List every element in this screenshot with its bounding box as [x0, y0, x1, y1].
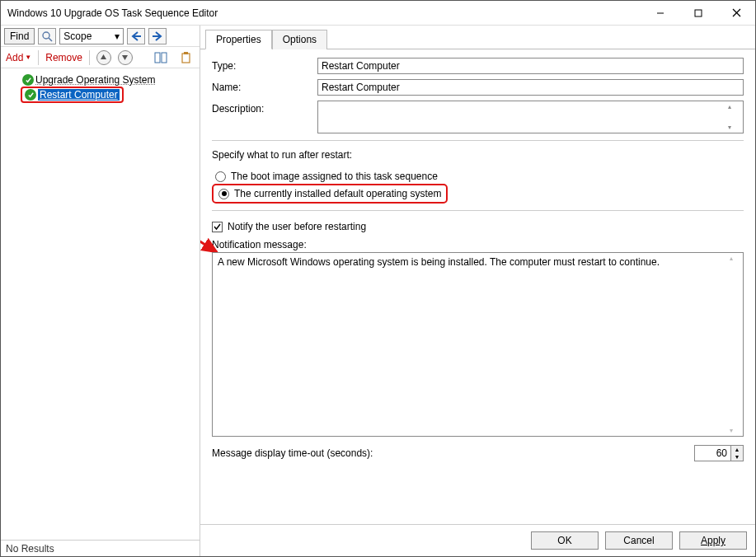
radio-current-os[interactable]: The currently installed default operatin… — [215, 186, 441, 201]
type-label: Type: — [212, 58, 317, 72]
description-input[interactable]: ▴▾ — [317, 101, 744, 133]
window-title: Windows 10 Upgrade OS Task Sequence Edit… — [7, 7, 641, 19]
radio-boot-image[interactable]: The boot image assigned to this task seq… — [212, 169, 744, 184]
maximize-button[interactable] — [679, 1, 717, 26]
divider — [212, 140, 744, 141]
remove-button[interactable]: Remove — [45, 52, 82, 63]
spinner-down-icon[interactable]: ▼ — [731, 453, 743, 461]
spinner-up-icon[interactable]: ▲ — [731, 446, 743, 453]
titlebar: Windows 10 Upgrade OS Task Sequence Edit… — [1, 1, 755, 26]
check-icon — [25, 89, 36, 101]
separator — [38, 50, 39, 65]
svg-rect-8 — [155, 53, 160, 63]
name-label: Name: — [212, 79, 317, 93]
search-icon[interactable] — [38, 28, 56, 44]
find-toolbar: Find Scope ▾ — [1, 26, 200, 47]
specify-label: Specify what to run after restart: — [212, 149, 744, 161]
svg-rect-11 — [184, 52, 188, 54]
svg-point-4 — [43, 32, 49, 39]
scope-dropdown[interactable]: Scope ▾ — [59, 28, 124, 44]
scroll-up-icon[interactable]: ▴ — [730, 255, 741, 262]
minimize-button[interactable] — [641, 1, 679, 26]
radio-icon — [215, 171, 226, 182]
scroll-down-icon[interactable]: ▾ — [728, 124, 740, 131]
properties-panel: Type: Restart Computer Name: Description… — [200, 49, 755, 524]
move-down-button[interactable] — [118, 50, 133, 65]
timeout-value[interactable]: 60 — [694, 445, 730, 461]
name-input[interactable] — [317, 79, 744, 96]
dialog-footer: OK Cancel Apply — [200, 524, 755, 556]
checkbox-icon — [212, 222, 223, 232]
clipboard-icon[interactable] — [176, 49, 195, 66]
separator — [89, 50, 90, 65]
svg-rect-1 — [695, 10, 702, 16]
type-field: Restart Computer — [317, 58, 744, 74]
timeout-label: Message display time-out (seconds): — [212, 447, 694, 459]
notification-message-text: A new Microsoft Windows operating system… — [218, 256, 660, 268]
move-up-button[interactable] — [96, 50, 111, 65]
timeout-spinner[interactable]: 60 ▲ ▼ — [694, 445, 744, 461]
tab-strip: Properties Options — [200, 26, 755, 49]
chevron-down-icon: ▾ — [115, 30, 120, 42]
tab-properties[interactable]: Properties — [205, 30, 272, 49]
ok-button[interactable]: OK — [531, 531, 599, 550]
add-menu[interactable]: Add ▼ — [6, 52, 31, 63]
notify-checkbox[interactable]: Notify the user before restarting — [212, 219, 744, 234]
close-button[interactable] — [717, 1, 755, 26]
notification-message-input[interactable]: A new Microsoft Windows operating system… — [212, 252, 744, 437]
notification-label: Notification message: — [212, 239, 744, 250]
divider — [212, 210, 744, 211]
tree-node-restart-computer[interactable]: Restart Computer — [23, 88, 121, 101]
svg-rect-10 — [182, 54, 190, 63]
edit-toolbar: Add ▼ Remove — [1, 47, 200, 68]
scope-label: Scope — [63, 30, 92, 42]
find-button[interactable]: Find — [4, 28, 35, 44]
apply-button[interactable]: Apply — [679, 531, 747, 550]
status-bar: No Results — [1, 540, 200, 556]
tree-node-upgrade-os[interactable]: Upgrade Operating System — [21, 73, 196, 87]
svg-rect-9 — [162, 53, 167, 63]
check-icon — [22, 74, 34, 86]
radio-label: The currently installed default operatin… — [234, 188, 441, 199]
radio-icon — [218, 189, 229, 199]
notify-label: Notify the user before restarting — [228, 221, 366, 232]
description-label: Description: — [212, 101, 317, 115]
tab-options[interactable]: Options — [272, 30, 327, 49]
left-pane: Find Scope ▾ Add ▼ — [1, 26, 200, 556]
dialog-window: Windows 10 Upgrade OS Task Sequence Edit… — [0, 0, 756, 557]
scroll-down-icon[interactable]: ▾ — [730, 427, 741, 434]
status-text: No Results — [6, 543, 54, 555]
right-pane: Properties Options Type: Restart Compute… — [200, 26, 755, 556]
tree-node-label: Restart Computer — [38, 89, 120, 101]
cancel-button[interactable]: Cancel — [605, 531, 673, 550]
chevron-down-icon: ▼ — [25, 54, 31, 61]
tree-node-label: Upgrade Operating System — [35, 74, 155, 86]
scroll-up-icon[interactable]: ▴ — [728, 103, 740, 110]
task-tree[interactable]: Upgrade Operating System Restart Compute… — [1, 68, 200, 540]
new-group-icon[interactable] — [152, 49, 170, 66]
svg-line-5 — [49, 38, 52, 41]
nav-forward-button[interactable] — [148, 28, 167, 44]
radio-label: The boot image assigned to this task seq… — [231, 171, 438, 182]
nav-back-button[interactable] — [127, 28, 145, 44]
